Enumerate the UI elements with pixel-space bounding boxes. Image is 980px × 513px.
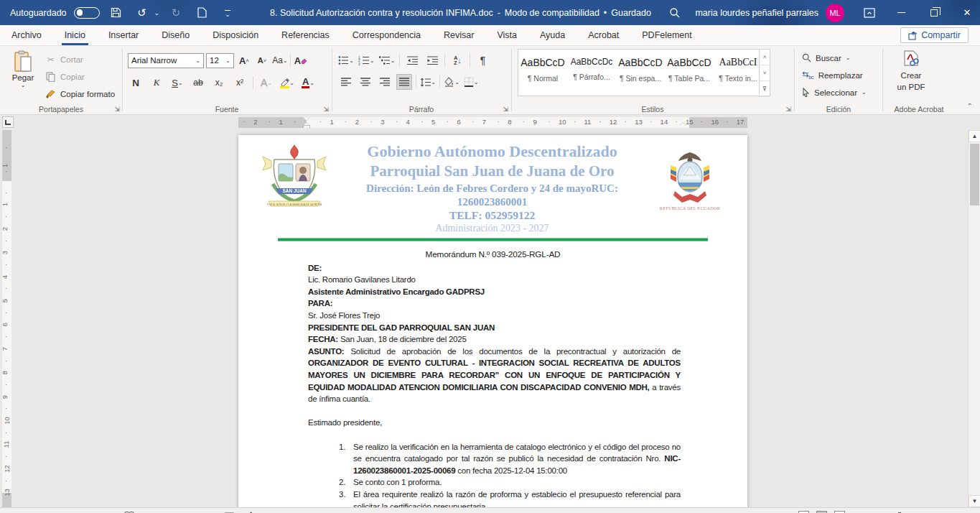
tab-pdfelement[interactable]: PDFelement bbox=[630, 25, 703, 45]
avatar[interactable]: ML bbox=[826, 4, 844, 22]
show-marks-button[interactable]: ¶ bbox=[475, 52, 490, 68]
font-name-combo[interactable]: Arial Narrow⌄ bbox=[128, 53, 204, 68]
cursor-icon bbox=[802, 88, 810, 97]
borders-button[interactable]: ⌄ bbox=[463, 74, 479, 90]
tab-inicio[interactable]: Inicio bbox=[53, 25, 97, 45]
list-item: 3.El área requirente realizó la razón de… bbox=[308, 489, 681, 507]
strikethrough-button[interactable]: ab bbox=[190, 75, 206, 91]
justify-button[interactable] bbox=[396, 74, 412, 90]
decrease-indent-button[interactable] bbox=[404, 52, 420, 68]
document-page[interactable]: SAN JUAN POR EL HONOR Y LA GRANDEZA DE L… bbox=[238, 135, 747, 507]
align-left-button[interactable] bbox=[338, 74, 354, 90]
customize-qat-button[interactable]: ⌄ bbox=[218, 4, 237, 22]
editing-group: Buscar⌄ ⇆bc Reemplazar Seleccionar⌄ Edic… bbox=[795, 46, 882, 115]
toggle-knob bbox=[77, 9, 83, 16]
tab-acrobat[interactable]: Acrobat bbox=[577, 25, 630, 45]
create-pdf-button[interactable]: Crear un PDF bbox=[890, 50, 932, 93]
styles-more-icon[interactable]: ⊽ bbox=[760, 81, 770, 97]
left-indent-marker[interactable] bbox=[304, 126, 309, 128]
styles-dialog-launcher[interactable]: ⇲ bbox=[785, 106, 791, 113]
document-icon[interactable] bbox=[192, 4, 211, 22]
tab-disposicion[interactable]: Disposición bbox=[201, 25, 270, 45]
italic-button[interactable]: K bbox=[149, 75, 164, 91]
shading-button[interactable]: ⌄ bbox=[444, 74, 459, 90]
superscript-button[interactable]: x² bbox=[232, 75, 248, 91]
scroll-down-icon[interactable]: ▼ bbox=[969, 495, 980, 507]
de-role: Asistente Administrativo Encargado GADPR… bbox=[308, 287, 485, 296]
close-button[interactable]: ✕ bbox=[951, 0, 980, 25]
style-sin-espaciado[interactable]: AaBbCcD¶ Sin espa... bbox=[616, 50, 665, 96]
paste-button[interactable]: Pegar ⌄ bbox=[7, 50, 39, 88]
sort-button[interactable]: AZ↓ bbox=[449, 52, 465, 68]
search-icon[interactable] bbox=[661, 4, 689, 22]
align-right-button[interactable] bbox=[377, 74, 393, 90]
scroll-up-icon[interactable]: ▲ bbox=[969, 130, 980, 142]
tab-diseno[interactable]: Diseño bbox=[150, 25, 201, 45]
format-painter-button[interactable]: Copiar formato bbox=[45, 86, 115, 102]
horizontal-ruler[interactable]: 12345678910111213141516171812···········… bbox=[238, 117, 747, 128]
find-button[interactable]: Buscar⌄ bbox=[802, 50, 867, 65]
style-normal[interactable]: AaBbCcD¶ Normal bbox=[518, 50, 567, 96]
bold-button[interactable]: N bbox=[128, 75, 144, 91]
change-case-button[interactable]: Aa⌄ bbox=[272, 52, 288, 68]
text-effects-button: A⌄ bbox=[258, 75, 274, 91]
tab-vista[interactable]: Vista bbox=[485, 25, 528, 45]
clear-formatting-button[interactable]: A bbox=[293, 52, 309, 68]
style-texto-independiente[interactable]: AaBbCcI¶ Texto in... bbox=[714, 50, 762, 96]
select-button[interactable]: Seleccionar⌄ bbox=[802, 85, 867, 100]
scissors-icon: ✂ bbox=[45, 54, 57, 66]
shrink-font-button[interactable]: A˅ bbox=[254, 52, 270, 68]
share-button[interactable]: Compartir bbox=[900, 27, 969, 43]
numbering-button[interactable]: 123⌄ bbox=[358, 52, 375, 68]
subscript-button[interactable]: x₂ bbox=[211, 75, 227, 91]
styles-scroll-down-icon[interactable]: ˅ bbox=[760, 65, 770, 81]
replace-button[interactable]: ⇆bc Reemplazar bbox=[802, 68, 867, 83]
saved-status[interactable]: Guardado bbox=[611, 8, 651, 18]
tab-insertar[interactable]: Insertar bbox=[97, 25, 150, 45]
font-dialog-launcher[interactable]: ⇲ bbox=[323, 106, 329, 113]
account-name[interactable]: maria lourdes peñafiel parrales bbox=[695, 8, 818, 18]
paragraph-dialog-launcher[interactable]: ⇲ bbox=[503, 106, 508, 113]
save-icon[interactable] bbox=[107, 4, 126, 22]
clipboard-dialog-launcher[interactable]: ⇲ bbox=[114, 106, 120, 113]
styles-scroll-up-icon[interactable]: ˄ bbox=[760, 50, 770, 65]
grow-font-button[interactable]: A˄ bbox=[236, 52, 252, 68]
underline-button[interactable]: S⌄ bbox=[169, 75, 185, 91]
ribbon-display-options-icon[interactable] bbox=[859, 4, 880, 22]
bullets-button[interactable]: ⌄ bbox=[338, 52, 354, 68]
tab-ayuda[interactable]: Ayuda bbox=[528, 25, 577, 45]
document-body[interactable]: DE: Lic. Romario Gavilanes Litardo Asist… bbox=[308, 262, 681, 507]
title-dropdown-icon[interactable]: ⌄ bbox=[655, 9, 661, 17]
letterhead-title-1: Gobierno Autónomo Descentralizado bbox=[332, 141, 653, 162]
font-size-combo[interactable]: 12⌄ bbox=[206, 53, 234, 68]
undo-dropdown-icon[interactable]: ⌄ bbox=[154, 9, 160, 17]
first-line-indent-marker[interactable] bbox=[303, 117, 310, 121]
replace-icon: ⇆bc bbox=[802, 70, 814, 80]
text-highlight-button[interactable]: ⌄ bbox=[279, 75, 295, 91]
increase-indent-button[interactable] bbox=[424, 52, 440, 68]
tab-selector[interactable] bbox=[2, 116, 14, 128]
undo-button[interactable]: ↺ bbox=[133, 4, 151, 22]
style-parrafo[interactable]: AaBbCcDc¶ Párrafo... bbox=[567, 50, 616, 96]
restore-button[interactable] bbox=[918, 0, 951, 25]
vertical-scrollbar[interactable]: ▲ ▼ bbox=[968, 130, 980, 507]
paste-icon bbox=[12, 50, 34, 73]
align-center-button[interactable] bbox=[358, 74, 373, 90]
vertical-ruler[interactable]: 123456789101112131··············· bbox=[2, 130, 11, 507]
tab-revisar[interactable]: Revisar bbox=[432, 25, 485, 45]
line-spacing-button[interactable]: ⌄ bbox=[420, 74, 436, 90]
style-table-paragraph[interactable]: AaBbCcD¶ Table Pa... bbox=[665, 50, 714, 96]
tab-correspondencia[interactable]: Correspondencia bbox=[341, 25, 432, 45]
font-color-button[interactable]: A⌄ bbox=[300, 75, 316, 91]
minimize-button[interactable] bbox=[885, 0, 918, 25]
tab-archivo[interactable]: Archivo bbox=[0, 25, 53, 45]
doc-title: 8. Solicitud Autorización contra y resol… bbox=[270, 8, 493, 18]
tab-referencias[interactable]: Referencias bbox=[270, 25, 341, 45]
letterhead-divider bbox=[278, 238, 708, 241]
multilevel-list-button[interactable]: ⌄ bbox=[379, 52, 396, 68]
autosave-toggle[interactable] bbox=[74, 7, 100, 19]
paste-dropdown-icon[interactable]: ⌄ bbox=[7, 82, 39, 88]
scrollbar-thumb[interactable] bbox=[970, 144, 979, 205]
letterhead-ruc: 1260023860001 bbox=[332, 195, 653, 209]
collapse-ribbon-icon[interactable]: ⌃ bbox=[967, 102, 973, 110]
